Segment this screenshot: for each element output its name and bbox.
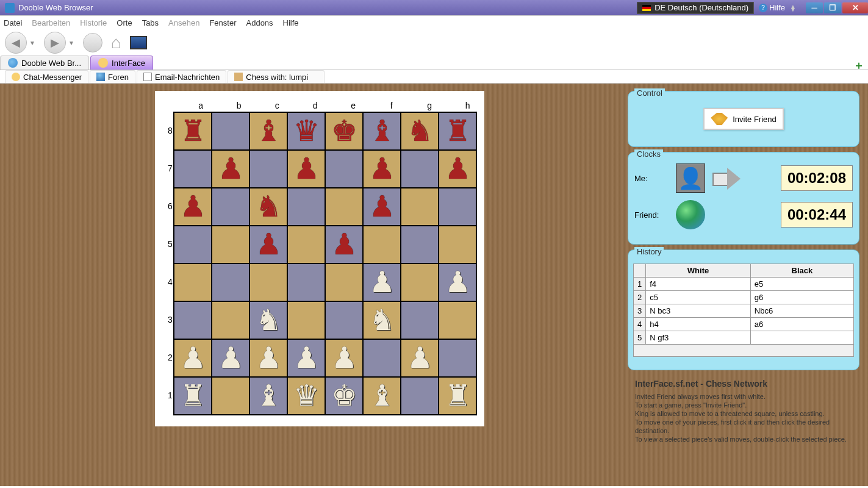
- square[interactable]: [325, 188, 363, 226]
- square[interactable]: [325, 301, 363, 339]
- piece[interactable]: ♟: [256, 230, 282, 259]
- subtab-chess[interactable]: Chess with: lumpi: [228, 70, 325, 83]
- square[interactable]: ♝: [249, 112, 287, 150]
- piece[interactable]: ♝: [256, 117, 282, 146]
- piece[interactable]: ♞: [369, 306, 395, 335]
- square[interactable]: [401, 150, 439, 188]
- square[interactable]: [212, 301, 249, 339]
- square[interactable]: [363, 226, 401, 264]
- maximize-button[interactable]: ☐: [824, 2, 841, 13]
- square[interactable]: [174, 264, 212, 301]
- piece[interactable]: ♟: [407, 343, 433, 373]
- square[interactable]: [174, 226, 212, 264]
- menu-historie[interactable]: Historie: [80, 18, 107, 27]
- square[interactable]: [401, 301, 439, 339]
- piece[interactable]: ♛: [293, 381, 320, 411]
- square[interactable]: ♟: [363, 188, 401, 226]
- subtab-chat[interactable]: Chat-Messenger: [5, 70, 88, 83]
- piece[interactable]: ♟: [369, 154, 395, 184]
- menu-addons[interactable]: Addons: [246, 18, 273, 27]
- square[interactable]: ♟: [287, 339, 325, 377]
- piece[interactable]: ♟: [331, 343, 357, 373]
- invite-friend-button[interactable]: Invite Friend: [703, 108, 784, 130]
- square[interactable]: ♚: [325, 377, 363, 415]
- square[interactable]: [363, 339, 401, 377]
- square[interactable]: ♜: [174, 112, 212, 150]
- forward-dropdown-icon[interactable]: ▼: [68, 40, 74, 46]
- square[interactable]: [287, 226, 325, 264]
- square[interactable]: ♜: [439, 377, 476, 415]
- piece[interactable]: ♟: [369, 268, 395, 297]
- square[interactable]: ♟: [212, 339, 249, 377]
- square[interactable]: ♛: [287, 112, 325, 150]
- home-button[interactable]: ⌂: [111, 33, 121, 52]
- piece[interactable]: ♝: [369, 381, 395, 411]
- square[interactable]: ♞: [249, 188, 287, 226]
- tab-interface[interactable]: InterFace: [90, 56, 153, 70]
- piece[interactable]: ♟: [369, 192, 395, 221]
- piece[interactable]: ♜: [445, 381, 471, 411]
- piece[interactable]: ♟: [445, 154, 471, 184]
- menu-tabs[interactable]: Tabs: [142, 18, 159, 27]
- square[interactable]: ♟: [363, 150, 401, 188]
- square[interactable]: ♟: [439, 150, 476, 188]
- square[interactable]: [439, 301, 476, 339]
- square[interactable]: [212, 188, 249, 226]
- piece[interactable]: ♜: [180, 117, 206, 146]
- square[interactable]: ♜: [439, 112, 476, 150]
- back-dropdown-icon[interactable]: ▼: [29, 40, 35, 46]
- piece[interactable]: ♞: [256, 192, 282, 221]
- piece[interactable]: ♝: [369, 117, 395, 146]
- square[interactable]: [325, 264, 363, 301]
- piece[interactable]: ♟: [331, 230, 357, 259]
- square[interactable]: ♟: [212, 150, 249, 188]
- square[interactable]: ♞: [401, 112, 439, 150]
- chess-board[interactable]: ♜♝♛♚♝♞♜♟♟♟♟♟♞♟♟♟♟♟♞♞♟♟♟♟♟♟♜♝♛♚♝♜: [173, 112, 477, 415]
- square[interactable]: ♟: [401, 339, 439, 377]
- square[interactable]: ♚: [325, 112, 363, 150]
- back-button[interactable]: ◀: [5, 32, 27, 54]
- add-tab-button[interactable]: ＋: [853, 58, 864, 73]
- piece[interactable]: ♟: [218, 343, 244, 373]
- menu-bearbeiten[interactable]: Bearbeiten: [32, 18, 70, 27]
- piece[interactable]: ♚: [331, 117, 357, 146]
- square[interactable]: [439, 188, 476, 226]
- square[interactable]: ♟: [249, 339, 287, 377]
- square[interactable]: ♞: [249, 301, 287, 339]
- square[interactable]: ♝: [249, 377, 287, 415]
- square[interactable]: [439, 226, 476, 264]
- square[interactable]: ♟: [363, 264, 401, 301]
- piece[interactable]: ♟: [180, 192, 206, 221]
- piece[interactable]: ♟: [293, 154, 320, 184]
- square[interactable]: [325, 150, 363, 188]
- square[interactable]: [401, 264, 439, 301]
- menu-fenster[interactable]: Fenster: [209, 18, 236, 27]
- piece[interactable]: ♛: [293, 117, 320, 146]
- close-button[interactable]: ✕: [842, 2, 868, 13]
- square[interactable]: ♟: [174, 339, 212, 377]
- menu-ansehen[interactable]: Ansehen: [168, 18, 199, 27]
- square[interactable]: [212, 264, 249, 301]
- square[interactable]: [174, 150, 212, 188]
- square[interactable]: ♝: [363, 377, 401, 415]
- reload-button[interactable]: [83, 33, 102, 52]
- desktop-button[interactable]: [130, 36, 147, 49]
- square[interactable]: [287, 301, 325, 339]
- square[interactable]: ♛: [287, 377, 325, 415]
- square[interactable]: [401, 377, 439, 415]
- subtab-email[interactable]: Email-Nachrichten: [137, 70, 226, 83]
- piece[interactable]: ♚: [331, 381, 357, 411]
- square[interactable]: [212, 377, 249, 415]
- square[interactable]: ♝: [363, 112, 401, 150]
- minimize-button[interactable]: ─: [806, 2, 823, 13]
- square[interactable]: [401, 188, 439, 226]
- piece[interactable]: ♜: [445, 117, 471, 146]
- square[interactable]: [401, 226, 439, 264]
- square[interactable]: ♜: [174, 377, 212, 415]
- menu-hilfe[interactable]: Hilfe: [283, 18, 299, 27]
- square[interactable]: ♟: [174, 188, 212, 226]
- language-selector[interactable]: DE Deutsch (Deutschland): [637, 2, 754, 14]
- square[interactable]: [212, 226, 249, 264]
- square[interactable]: [249, 150, 287, 188]
- square[interactable]: [287, 264, 325, 301]
